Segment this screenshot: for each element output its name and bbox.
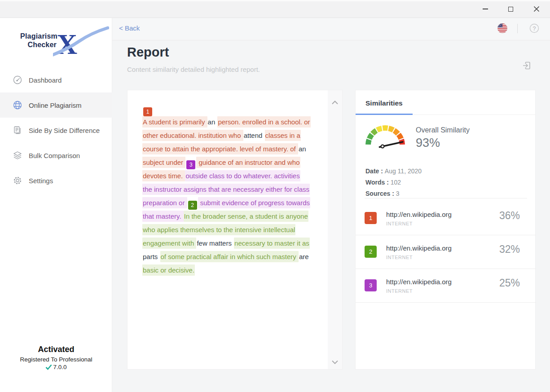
maximize-button[interactable] bbox=[500, 0, 521, 18]
overall-similarity-value: 93% bbox=[416, 136, 440, 150]
document-line: devotes time. outside class to do whatev… bbox=[142, 169, 321, 183]
sidebar-item-label: Bulk Comparison bbox=[29, 152, 80, 159]
document-line: who applies themselves to the intensive … bbox=[142, 223, 321, 237]
activation-registered: Registered To Professional bbox=[0, 356, 112, 363]
meta-value: Aug 11, 2020 bbox=[385, 167, 422, 175]
source-percent: 36% bbox=[499, 210, 520, 222]
highlighted-text-segment: guidance of an instructor and who bbox=[196, 157, 300, 168]
source-url-link[interactable]: http://en.wikipedia.org bbox=[386, 211, 452, 218]
activation-status: Activated bbox=[0, 345, 112, 354]
source-number-badge: 3 bbox=[365, 279, 377, 291]
close-icon bbox=[533, 6, 540, 12]
sidebar-item-dashboard[interactable]: Dashboard bbox=[0, 67, 112, 92]
highlighted-text-segment: classes in a bbox=[265, 130, 301, 141]
document-line: preparation or 2 submit evidence of prog… bbox=[142, 196, 321, 210]
report-meta: Date : Aug 11, 2020Words : 102Sources : … bbox=[365, 167, 422, 201]
highlighted-text-segment: course to attain the appropriate. level … bbox=[142, 143, 298, 154]
activation-info: Activated Registered To Professional 7.0… bbox=[0, 345, 112, 370]
logo-line1: Plagiarism bbox=[17, 32, 57, 40]
meta-row: Sources : 3 bbox=[365, 190, 422, 197]
language-flag-icon[interactable] bbox=[497, 23, 508, 34]
version-number: 7.0.0 bbox=[53, 364, 66, 370]
document-line: basic or decisive. bbox=[142, 264, 321, 277]
export-report-icon[interactable] bbox=[521, 60, 532, 71]
source-row: 2http://en.wikipedia.orgINTERNET32% bbox=[356, 235, 536, 269]
highlighted-text-segment: that mastery. bbox=[142, 211, 184, 222]
plain-text-segment: parts bbox=[142, 251, 160, 262]
meta-value: 102 bbox=[391, 179, 401, 186]
source-percent: 25% bbox=[499, 277, 520, 289]
highlighted-text-segment: In the broader sense, a student is anyon… bbox=[184, 211, 308, 222]
sources-list: 1http://en.wikipedia.orgINTERNET36%2http… bbox=[356, 202, 536, 303]
source-marker-badge-1[interactable]: 1 bbox=[143, 107, 152, 116]
document-line: engagement with few matters necessary to… bbox=[142, 237, 321, 250]
highlighted-text-segment: submit evidence of progress towards bbox=[198, 197, 310, 208]
sidebar-item-online-plagiarism[interactable]: Online Plagiarism bbox=[0, 92, 112, 118]
help-icon[interactable]: ? bbox=[529, 23, 539, 33]
scroll-down-icon[interactable] bbox=[331, 358, 339, 363]
document-line: other educational. institution who atten… bbox=[142, 129, 321, 142]
source-row: 1http://en.wikipedia.orgINTERNET36% bbox=[356, 202, 536, 235]
source-url-link[interactable]: http://en.wikipedia.org bbox=[386, 278, 452, 286]
meta-label: Sources : bbox=[365, 190, 396, 197]
source-type-label: INTERNET bbox=[386, 255, 413, 260]
sidebar-item-settings[interactable]: Settings bbox=[0, 168, 112, 193]
overall-similarity-label: Overall Similarity bbox=[416, 126, 470, 134]
page-subtitle: Content similarity detailed highlighted … bbox=[127, 66, 260, 73]
highlighted-text-segment: person. enrolled in a school. or bbox=[217, 116, 310, 128]
similarity-gauge bbox=[363, 117, 410, 153]
highlighted-text-segment: A student is primarily bbox=[142, 116, 207, 128]
plain-text-segment: an bbox=[207, 116, 218, 128]
app-window: X Plagiarism Checker DashboardOnline Pla… bbox=[0, 0, 550, 392]
tab-similarities[interactable]: Similarities bbox=[365, 99, 403, 107]
similarities-panel: Similarities Overall Similarity 93% Date… bbox=[355, 90, 536, 370]
meta-label: Date : bbox=[365, 167, 385, 175]
plain-text-segment: attend bbox=[243, 130, 265, 141]
report-document-panel: 1A student is primarily an person. enrol… bbox=[127, 90, 343, 370]
highlighted-text-segment: preparation or bbox=[142, 197, 187, 208]
logo-x-mark: X bbox=[53, 26, 109, 61]
minimize-button[interactable] bbox=[475, 0, 496, 18]
sidebar-item-label: Side By Side Difference bbox=[29, 127, 100, 134]
minimize-icon bbox=[483, 9, 488, 9]
source-percent: 32% bbox=[499, 243, 520, 255]
plain-text-segment: are bbox=[299, 251, 309, 262]
document-line: subject under 3 guidance of an instructo… bbox=[142, 156, 321, 169]
logo-text: Plagiarism Checker bbox=[17, 32, 57, 49]
highlighted-text-segment: necessary to master it as bbox=[234, 238, 310, 249]
check-icon bbox=[45, 364, 52, 370]
highlighted-text-segment: other educational. institution who bbox=[142, 130, 243, 141]
highlighted-text-segment: engagement with bbox=[142, 238, 196, 249]
plain-text-segment: an bbox=[298, 143, 307, 154]
meta-label: Words : bbox=[365, 179, 391, 186]
source-type-label: INTERNET bbox=[386, 221, 413, 226]
scroll-up-icon[interactable] bbox=[331, 98, 339, 103]
source-marker-badge-2[interactable]: 2 bbox=[188, 201, 197, 210]
app-logo: X Plagiarism Checker bbox=[17, 28, 96, 58]
source-row: 3http://en.wikipedia.orgINTERNET25% bbox=[356, 269, 536, 303]
highlighted-text-segment: basic or decisive. bbox=[142, 264, 195, 276]
source-type-label: INTERNET bbox=[386, 288, 413, 294]
maximize-icon bbox=[508, 7, 513, 12]
svg-text:?: ? bbox=[533, 26, 536, 32]
main-area: < Back bbox=[112, 18, 550, 392]
source-url-link[interactable]: http://en.wikipedia.org bbox=[386, 244, 452, 252]
meta-value: 3 bbox=[396, 190, 400, 197]
meta-row: Words : 102 bbox=[365, 179, 422, 186]
highlighted-text-segment: of some practical affair in which such m… bbox=[160, 251, 299, 262]
document-line: parts of some practical affair in which … bbox=[142, 250, 321, 264]
topbar-divider bbox=[517, 24, 518, 33]
highlighted-text-segment: outside class to do whatever. activities bbox=[185, 170, 300, 181]
sidebar-item-side-by-side-difference[interactable]: Side By Side Difference bbox=[0, 118, 112, 143]
back-link[interactable]: < Back bbox=[119, 24, 140, 32]
top-bar: < Back bbox=[112, 18, 550, 40]
highlighted-text-segment: devotes time. bbox=[142, 170, 185, 181]
sidebar-item-bulk-comparison[interactable]: Bulk Comparison bbox=[0, 143, 112, 168]
document-line: that mastery. In the broader sense, a st… bbox=[142, 210, 321, 223]
source-marker-badge-3[interactable]: 3 bbox=[186, 160, 195, 169]
close-button[interactable] bbox=[526, 0, 547, 18]
settings-icon bbox=[13, 176, 22, 185]
bulk-comparison-icon bbox=[13, 150, 22, 160]
document-scrollbar[interactable] bbox=[328, 90, 342, 369]
tab-active-underline bbox=[356, 114, 413, 115]
